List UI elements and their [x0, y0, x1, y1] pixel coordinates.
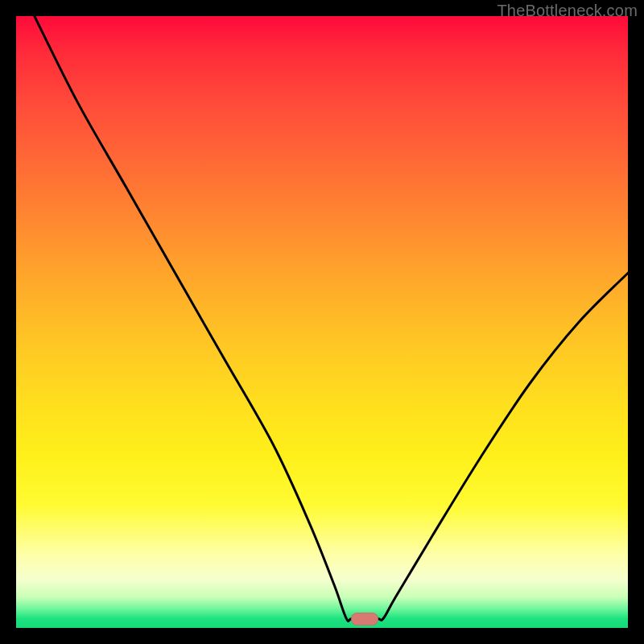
optimal-point-marker	[351, 613, 378, 625]
watermark-text: TheBottleneck.com	[497, 2, 638, 20]
plot-area	[16, 16, 628, 628]
bottleneck-curve	[16, 16, 628, 628]
chart-frame: TheBottleneck.com	[0, 0, 644, 644]
